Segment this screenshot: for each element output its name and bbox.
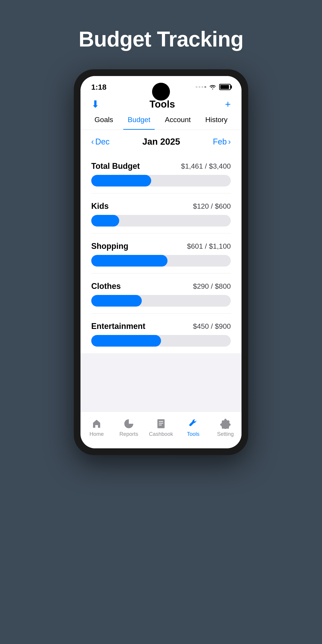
svg-rect-2: [159, 421, 163, 422]
budget-item-entertainment: Entertainment $450 / $900 50.00 %: [91, 314, 231, 353]
nav-item-cashbook[interactable]: Cashbook: [148, 418, 174, 437]
month-nav: ‹ Dec Jan 2025 Feb ›: [80, 130, 242, 154]
budget-item-shopping: Shopping $601 / $1,100 54.64 %: [91, 234, 231, 274]
budget-list: Total Budget $1,461 / $3,400 42.97 % Kid…: [80, 154, 242, 353]
budget-item-total: Total Budget $1,461 / $3,400 42.97 %: [91, 154, 231, 194]
chevron-left-icon: ‹: [91, 137, 94, 146]
status-time: 1:18: [91, 83, 106, 92]
nav-label-reports: Reports: [120, 431, 138, 437]
progress-fill-kids: [91, 215, 119, 226]
budget-item-name-kids: Kids: [91, 202, 109, 211]
nav-item-setting[interactable]: Setting: [212, 418, 239, 437]
add-button[interactable]: +: [225, 98, 231, 110]
svg-rect-1: [158, 419, 164, 428]
progress-fill-total: [91, 175, 151, 186]
budget-item-kids: Kids $120 / $600 20.00 %: [91, 194, 231, 234]
budget-item-amount-total: $1,461 / $3,400: [181, 162, 231, 170]
budget-item-amount-kids: $120 / $600: [193, 202, 231, 210]
tab-goals[interactable]: Goals: [90, 113, 118, 126]
budget-item-amount-clothes: $290 / $800: [193, 282, 231, 290]
reports-icon: [124, 418, 134, 429]
budget-item-name-clothes: Clothes: [91, 282, 121, 291]
budget-item-clothes: Clothes $290 / $800 36.25 %: [91, 274, 231, 314]
cashbook-icon: [156, 418, 166, 429]
tools-icon: [188, 418, 198, 429]
budget-item-name-entertainment: Entertainment: [91, 322, 145, 331]
tab-history[interactable]: History: [201, 113, 232, 126]
setting-icon: [220, 418, 231, 429]
tabs-bar: Goals Budget Account History: [80, 113, 242, 130]
progress-bg-shopping: 54.64 %: [91, 255, 231, 266]
budget-item-name-total: Total Budget: [91, 162, 140, 171]
progress-bg-clothes: 36.25 %: [91, 295, 231, 306]
budget-item-amount-entertainment: $450 / $900: [193, 322, 231, 330]
status-icons: [196, 84, 231, 90]
budget-item-amount-shopping: $601 / $1,100: [187, 242, 231, 250]
nav-item-home[interactable]: Home: [83, 418, 110, 437]
prev-month-button[interactable]: ‹ Dec: [91, 137, 110, 146]
nav-item-tools[interactable]: Tools: [180, 418, 206, 437]
nav-label-setting: Setting: [217, 431, 234, 437]
nav-label-home: Home: [90, 431, 104, 437]
nav-label-tools: Tools: [187, 431, 200, 437]
next-month-button[interactable]: Feb ›: [213, 137, 231, 146]
progress-fill-clothes: [91, 295, 142, 306]
current-month-label: Jan 2025: [142, 137, 180, 147]
chevron-right-icon: ›: [228, 137, 231, 146]
phone-screen: 1:18: [80, 76, 242, 448]
svg-rect-3: [159, 423, 163, 424]
home-icon: [91, 418, 102, 429]
tab-account[interactable]: Account: [160, 113, 195, 126]
bottom-nav: Home Reports Cashbook: [80, 412, 242, 448]
wifi-icon: [209, 84, 216, 90]
progress-fill-entertainment: [91, 335, 161, 346]
empty-space: [80, 353, 242, 412]
svg-rect-4: [159, 425, 162, 425]
progress-fill-shopping: [91, 255, 168, 266]
progress-bg-entertainment: 50.00 %: [91, 335, 231, 346]
progress-bg-total: 42.97 %: [91, 175, 231, 186]
nav-item-reports[interactable]: Reports: [116, 418, 142, 437]
prev-month-label: Dec: [95, 137, 110, 146]
notch: [152, 83, 170, 100]
progress-bg-kids: 20.00 %: [91, 215, 231, 226]
status-bar: 1:18: [80, 76, 242, 94]
download-icon[interactable]: ⬇: [91, 98, 100, 110]
phone-frame: 1:18: [74, 69, 248, 455]
battery-icon: [219, 84, 231, 90]
page-title: Budget Tracking: [78, 27, 243, 52]
signal-icon: [196, 86, 206, 88]
next-month-label: Feb: [213, 137, 227, 146]
nav-label-cashbook: Cashbook: [149, 431, 173, 437]
tab-budget[interactable]: Budget: [123, 113, 155, 126]
budget-item-name-shopping: Shopping: [91, 242, 128, 251]
